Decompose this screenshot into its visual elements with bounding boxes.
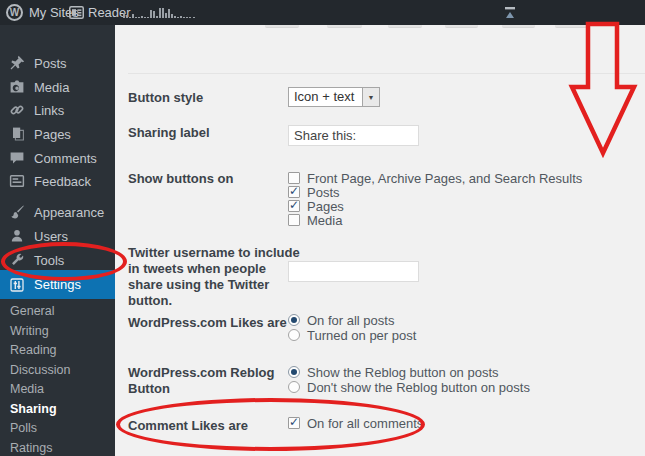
sidebar-item-appearance[interactable]: Appearance [0, 200, 115, 224]
show-buttons-on-label: Show buttons on [128, 171, 233, 187]
sidebar-item-pages[interactable]: Pages [0, 122, 115, 146]
wpcom-reblog-label: WordPress.com Reblog Button [128, 365, 290, 397]
checkbox-option: ✓ Front Page, Archive Pages, and Search … [288, 171, 582, 185]
radio-option: Don't show the Reblog button on posts [288, 380, 530, 394]
check-icon: ✓ [289, 198, 299, 212]
paintbrush-icon [9, 204, 25, 220]
chain-link-icon [9, 102, 25, 118]
submenu-item-discussion[interactable]: Discussion [0, 361, 115, 381]
media-checkbox[interactable]: ✓ [288, 214, 300, 226]
sharing-settings-form: Button style Icon + text ▼ Sharing label… [115, 25, 645, 456]
submenu-item-ratings[interactable]: Ratings [0, 439, 115, 456]
selected-option: Icon + text [289, 88, 362, 106]
speech-bubble-icon [9, 150, 25, 166]
checkbox-option: ✓ On for all comments [288, 416, 423, 430]
checkbox-label: On for all comments [307, 416, 423, 431]
button-stub [265, 25, 299, 28]
check-icon: ✓ [289, 415, 299, 429]
button-stub [445, 25, 478, 28]
section-divider [128, 73, 645, 74]
button-style-select[interactable]: Icon + text ▼ [288, 87, 380, 107]
front-page-checkbox[interactable]: ✓ [288, 172, 300, 184]
sidebar-item-label: Media [34, 80, 69, 95]
hide-reblog-radio[interactable] [288, 381, 300, 393]
upload-icon[interactable] [503, 5, 517, 20]
wordpress-logo-icon[interactable]: W [6, 0, 23, 25]
posts-checkbox[interactable]: ✓ [288, 186, 300, 198]
sidebar-item-media[interactable]: Media [0, 75, 115, 99]
sidebar-item-settings[interactable]: Settings [0, 270, 115, 299]
button-style-label: Button style [128, 90, 203, 106]
checkbox-label: Pages [307, 199, 344, 214]
person-icon [9, 228, 25, 244]
sharing-label-label: Sharing label [128, 125, 210, 141]
likes-per-post-radio[interactable] [288, 329, 300, 341]
sidebar-item-tools[interactable]: Tools [0, 248, 115, 272]
submenu-item-sharing[interactable]: Sharing [0, 400, 115, 420]
twitter-username-label: Twitter username to include in tweets wh… [128, 245, 300, 309]
wrench-icon [9, 252, 25, 268]
sidebar-item-label: Settings [34, 277, 81, 292]
admin-sidebar: Posts Media Links Pages Comments [0, 25, 115, 456]
sidebar-item-users[interactable]: Users [0, 224, 115, 248]
submenu-item-writing[interactable]: Writing [0, 322, 115, 342]
radio-label: On for all posts [307, 313, 394, 328]
comment-likes-label: Comment Likes are [128, 418, 248, 434]
reader-icon[interactable] [69, 0, 84, 25]
radio-label: Turned on per post [307, 328, 416, 343]
twitter-username-input[interactable] [288, 261, 419, 282]
chevron-down-icon[interactable]: ▼ [362, 88, 379, 106]
pages-checkbox[interactable]: ✓ [288, 200, 300, 212]
sidebar-item-label: Tools [34, 253, 64, 268]
submenu-item-reading[interactable]: Reading [0, 341, 115, 361]
radio-option: Show the Reblog button on posts [288, 365, 499, 379]
admin-bar: W My Sites Reader [0, 0, 645, 25]
radio-dot-icon [291, 369, 297, 375]
sidebar-item-label: Feedback [34, 174, 91, 189]
button-stub [502, 25, 535, 28]
submenu-item-polls[interactable]: Polls [0, 419, 115, 439]
check-icon: ✓ [289, 184, 299, 198]
sidebar-item-label: Appearance [34, 205, 104, 220]
stats-sparkline-icon[interactable] [123, 6, 197, 19]
camera-icon [9, 79, 25, 95]
checkbox-option: ✓ Pages [288, 199, 344, 213]
sidebar-item-feedback[interactable]: Feedback [0, 169, 115, 193]
comment-likes-checkbox[interactable]: ✓ [288, 417, 300, 429]
sidebar-item-label: Comments [34, 151, 97, 166]
sidebar-item-label: Posts [34, 56, 67, 71]
checkbox-option: ✓ Posts [288, 185, 340, 199]
checkbox-label: Front Page, Archive Pages, and Search Re… [307, 171, 582, 186]
sidebar-item-posts[interactable]: Posts [0, 51, 115, 75]
likes-all-posts-radio[interactable] [288, 314, 300, 326]
wordpress-logo-circle: W [6, 4, 23, 21]
checkbox-label: Media [307, 213, 342, 228]
pages-icon [9, 126, 25, 142]
sidebar-item-links[interactable]: Links [0, 98, 115, 122]
radio-option: On for all posts [288, 313, 394, 327]
sharing-label-input[interactable] [288, 125, 419, 146]
button-stub [327, 25, 362, 28]
sidebar-item-label: Pages [34, 127, 71, 142]
radio-label: Don't show the Reblog button on posts [307, 380, 530, 395]
button-stub [388, 25, 422, 28]
sidebar-item-label: Users [34, 229, 68, 244]
sliders-icon [9, 277, 25, 293]
button-stub [555, 25, 588, 28]
wpcom-likes-label: WordPress.com Likes are [128, 315, 300, 331]
checkbox-label: Posts [307, 185, 340, 200]
feedback-form-icon [9, 173, 25, 189]
sidebar-item-label: Links [34, 103, 64, 118]
sidebar-item-comments[interactable]: Comments [0, 146, 115, 170]
submenu-item-general[interactable]: General [0, 302, 115, 322]
radio-label: Show the Reblog button on posts [307, 365, 499, 380]
submenu-item-media[interactable]: Media [0, 380, 115, 400]
pushpin-icon [9, 55, 25, 71]
settings-submenu: General Writing Reading Discussion Media… [0, 302, 115, 456]
radio-option: Turned on per post [288, 328, 416, 342]
show-reblog-radio[interactable] [288, 366, 300, 378]
radio-dot-icon [291, 317, 297, 323]
checkbox-option: ✓ Media [288, 213, 342, 227]
